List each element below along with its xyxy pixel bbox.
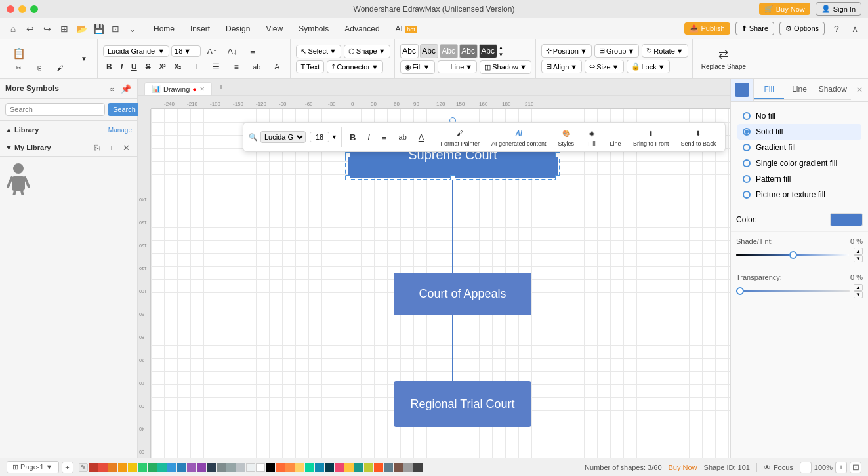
picture-fill-option[interactable]: Picture or texture fill [737,187,861,203]
open-file-icon[interactable]: 📂 [75,22,88,35]
color-cell-gold[interactable] [295,463,304,472]
sign-in-button[interactable]: 👤 Sign In [816,2,861,16]
color-cell-peach[interactable] [285,463,295,472]
list-button[interactable]: ☰ [207,60,225,73]
court-of-appeals-shape[interactable]: Court of Appeals [394,273,531,315]
style-scroll[interactable]: ▲ ▼ [499,44,508,58]
color-cell-deep-orange[interactable] [374,463,383,472]
replace-shape-button[interactable]: ⇄ Replace Shape [698,45,749,72]
rotate-button[interactable]: ↻ Rotate ▼ [642,44,688,58]
transparency-up[interactable]: ▲ [854,284,863,291]
color-cell-navy[interactable] [207,463,216,472]
shade-tint-down[interactable]: ▼ [854,255,863,262]
more-icon[interactable]: ⌄ [126,22,139,35]
back-icon[interactable]: ↩ [24,22,37,35]
new-file-icon[interactable]: ⊞ [58,22,71,35]
color-cell-red[interactable] [89,463,98,472]
export-icon[interactable]: ⊡ [109,22,122,35]
color-cell-purple[interactable] [187,463,196,472]
float-ab-button[interactable]: ab [395,131,411,143]
color-cell-teal[interactable] [157,463,167,472]
increase-font-button[interactable]: A↑ [203,45,221,58]
cut-button[interactable]: ✂ [9,63,28,73]
menu-view[interactable]: View [259,22,289,36]
float-font-color-button[interactable]: A [415,130,428,144]
drawing-canvas[interactable]: Supreme Court Court of Appeals [151,109,730,458]
strikethrough-button[interactable]: S [142,61,154,73]
lock-button[interactable]: 🔒 Lock ▼ [627,60,670,73]
color-cell-deep-navy[interactable] [325,463,334,472]
color-cell-blue[interactable] [167,463,176,472]
fit-page-button[interactable]: ⊡ [850,462,861,473]
align-button[interactable]: ⊟ Align ▼ [541,60,582,73]
size-button[interactable]: ⇔ Size ▼ [585,60,623,73]
panel-close-button[interactable]: ✕ [851,83,868,97]
bullet-button[interactable]: ≡ [227,60,245,73]
handle-br[interactable] [555,175,560,180]
maximize-traffic-light[interactable] [30,5,38,13]
menu-home[interactable]: Home [147,22,181,36]
zoom-in-button[interactable]: + [835,462,847,473]
color-cell-light-red[interactable] [98,463,108,472]
save-icon[interactable]: 💾 [92,22,105,35]
style-btn-1[interactable]: Abc [400,44,419,58]
shadow-tab[interactable]: Shadow [815,81,851,99]
menu-design[interactable]: Design [219,22,257,36]
float-format-painter-button[interactable]: 🖌 Format Painter [436,125,484,149]
superscript-button[interactable]: X² [156,62,169,71]
handle-ml[interactable] [345,152,350,157]
line-button[interactable]: — Line ▼ [438,60,478,73]
color-cell-silver[interactable] [236,463,245,472]
color-swatch[interactable] [830,213,863,226]
color-cell-blue-gray[interactable] [384,463,393,472]
color-cell-dark-purple[interactable] [197,463,206,472]
zoom-out-button[interactable]: − [800,462,812,473]
float-fill-button[interactable]: ◉ Fill [582,125,602,149]
help-icon[interactable]: ? [830,22,843,35]
add-library-icon[interactable]: + [106,142,117,153]
italic-button[interactable]: I [117,61,126,73]
gradient-fill-option[interactable]: Gradient fill [737,140,861,155]
color-cell-lime[interactable] [364,463,373,472]
handle-bl[interactable] [345,175,350,180]
color-cell-sea-green[interactable] [354,463,363,472]
home-nav-icon[interactable]: ⌂ [7,22,20,35]
fill-button[interactable]: ◉ Fill ▼ [400,60,435,74]
color-cell-light-gray[interactable] [226,463,236,472]
transparency-down[interactable]: ▼ [854,291,863,298]
color-cell-dark-blue[interactable] [177,463,186,472]
page-tab[interactable]: ⊞ Page-1 ▼ [7,461,59,473]
pattern-fill-radio[interactable] [743,175,751,183]
float-font-size-chevron[interactable]: ▼ [331,134,337,140]
color-cell-gray[interactable] [217,463,226,472]
person-shape-preview[interactable] [5,162,31,195]
color-cell-coral[interactable] [276,463,285,472]
minimize-traffic-light[interactable] [18,5,26,13]
shape-tool-button[interactable]: ⬡ Shape ▼ [344,45,390,58]
fill-panel-icon[interactable] [731,79,754,101]
format-painter-button[interactable]: 🖌 [51,63,70,73]
copy-library-icon[interactable]: ⎘ [91,142,103,153]
close-library-icon[interactable]: ✕ [120,142,132,153]
color-cell-orange[interactable] [108,463,117,472]
float-bring-to-front-button[interactable]: ⬆ Bring to Front [629,125,673,149]
float-line-button[interactable]: — Line [606,125,625,149]
style-btn-2[interactable]: Abc [420,44,438,58]
float-bold-button[interactable]: B [346,130,360,144]
float-align-button[interactable]: ≡ [378,130,391,144]
shadow-button[interactable]: ◫ Shadow ▼ [480,60,531,74]
float-font-size-input[interactable] [310,132,329,142]
decrease-font-button[interactable]: A↓ [223,45,241,58]
single-gradient-radio[interactable] [743,159,751,167]
text-color-button[interactable]: T̲ [186,60,205,73]
underline-button[interactable]: U [128,61,140,73]
close-traffic-light[interactable] [7,5,14,13]
solid-fill-option[interactable]: Solid fill [737,124,861,140]
view-mode-button[interactable]: 👁 Focus [764,464,793,471]
color-cell-white[interactable] [256,463,265,472]
color-cell-dark-green[interactable] [148,463,157,472]
font-size-selector[interactable]: 18 ▼ [171,45,201,57]
collapse-icon[interactable]: ∧ [848,22,861,35]
color-cell-ocean[interactable] [315,463,324,472]
gradient-fill-radio[interactable] [743,144,751,151]
